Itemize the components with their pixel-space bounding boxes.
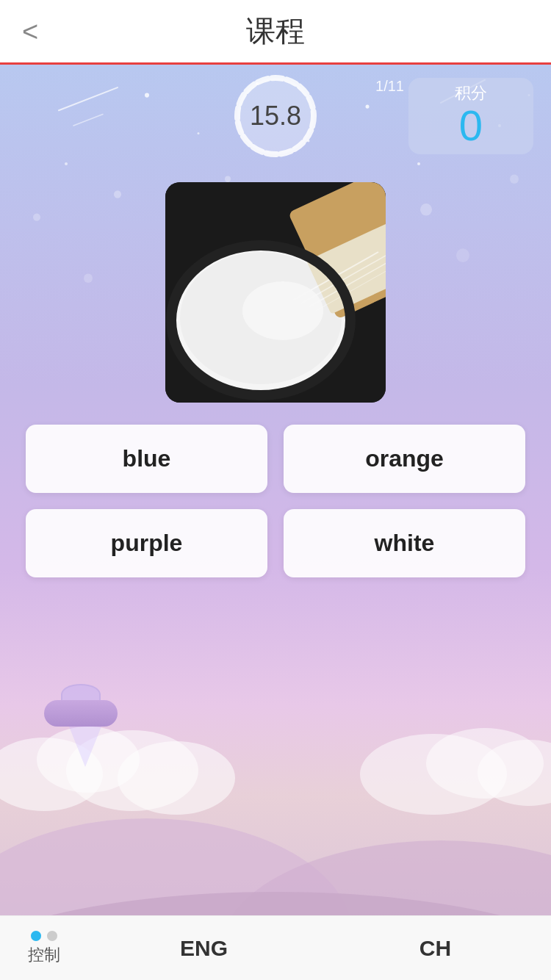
timer-container: 15.8 [231, 72, 320, 160]
dots-row [31, 931, 57, 941]
svg-point-13 [420, 203, 432, 216]
svg-point-9 [417, 162, 420, 165]
svg-point-12 [114, 190, 121, 198]
dot-1 [31, 931, 41, 941]
svg-point-17 [33, 213, 40, 220]
svg-line-0 [59, 87, 118, 110]
paint-scene-svg [165, 182, 386, 403]
dot-2 [47, 931, 57, 941]
back-button[interactable]: < [22, 18, 38, 46]
answers-grid: blue orange purple white [26, 425, 525, 577]
svg-point-11 [198, 132, 200, 134]
answer-white[interactable]: white [284, 509, 525, 577]
nav-bar: < 课程 [0, 0, 551, 65]
control-label: 控制 [28, 944, 60, 966]
answer-blue[interactable]: blue [26, 425, 267, 493]
score-value: 0 [420, 104, 522, 147]
answer-orange[interactable]: orange [284, 425, 525, 493]
question-image [165, 182, 386, 403]
main-area: 1/11 积分 0 15.8 [0, 65, 551, 980]
svg-point-5 [366, 105, 370, 109]
ufo-decoration [44, 700, 118, 767]
svg-point-42 [242, 281, 323, 340]
timer-circle: 15.8 [231, 72, 320, 160]
svg-line-1 [73, 114, 103, 126]
svg-point-18 [456, 248, 469, 262]
svg-point-3 [145, 93, 149, 97]
svg-point-8 [65, 162, 68, 165]
bottom-bar: 控制 ENG CH [0, 915, 551, 980]
ch-button[interactable]: CH [320, 916, 551, 980]
bottom-control-area: 控制 [0, 916, 88, 980]
svg-point-19 [84, 273, 93, 282]
timer-value: 15.8 [250, 101, 301, 131]
svg-point-14 [510, 175, 519, 184]
svg-point-15 [225, 176, 231, 182]
page-title: 课程 [246, 11, 305, 51]
progress-label: 1/11 [375, 78, 404, 95]
answer-purple[interactable]: purple [26, 509, 267, 577]
eng-button[interactable]: ENG [88, 916, 320, 980]
score-panel: 积分 0 [408, 78, 533, 154]
